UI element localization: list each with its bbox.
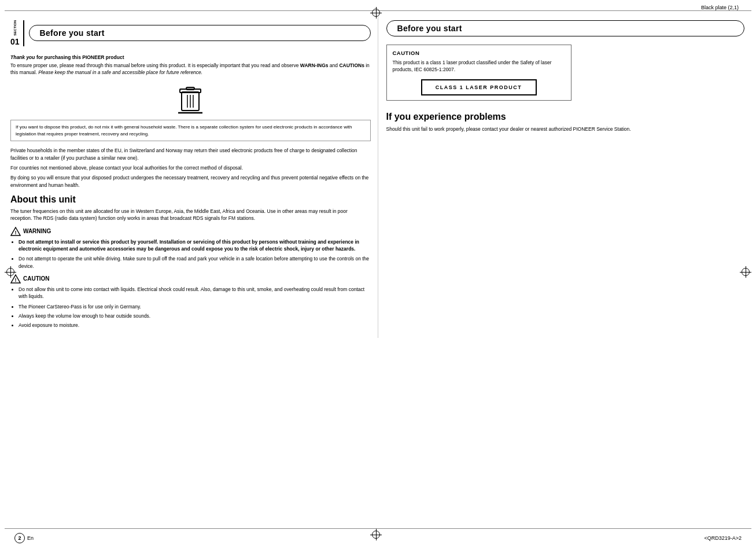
- right-caution-box: CAUTION This product is a class 1 laser …: [386, 45, 571, 101]
- plate-text: Black plate (2,1): [701, 5, 739, 10]
- left-section-title: Before you start: [40, 28, 105, 38]
- page-number: 2: [18, 535, 21, 541]
- page-num-circle: 2: [14, 533, 25, 543]
- caution-label: CAUTION: [23, 275, 50, 282]
- warning-label: WARNING: [23, 228, 51, 234]
- caution-block: ! CAUTION Do not allow this unit to come…: [10, 274, 371, 329]
- caution-bullet-2: The Pioneer CarStereo-Pass is for use on…: [19, 303, 371, 310]
- svg-text:!: !: [15, 230, 17, 235]
- laser-badge-text: CLASS 1 LASER PRODUCT: [436, 84, 522, 90]
- svg-text:!: !: [15, 277, 17, 283]
- warn-bold: WARN-INGs: [300, 62, 329, 68]
- page-code: <QRD3219-A>2: [704, 535, 742, 541]
- right-caution-body: This product is a class 1 laser product …: [393, 59, 565, 73]
- thank-you-title: Thank you for purchasing this PIONEER pr…: [10, 54, 371, 60]
- section-number: 01: [10, 37, 20, 46]
- thank-you-body-text: To ensure proper use, please read throug…: [10, 62, 300, 68]
- warning-block: ! WARNING Do not attempt to install or s…: [10, 227, 371, 270]
- caution-bold: CAUTIONs: [339, 62, 364, 68]
- warning-bullets: Do not attempt to install or service thi…: [19, 238, 371, 270]
- right-section-header-area: Before you start: [386, 20, 745, 36]
- thank-you-rest: for purchasing this PIONEER product: [35, 54, 124, 60]
- and-text: and: [329, 62, 340, 68]
- page-number-block: 2 En: [14, 533, 34, 543]
- italic-rest: Please keep the manual in a safe and acc…: [38, 69, 202, 75]
- warning-bullet-2: Do not attempt to operate the unit while…: [19, 255, 371, 270]
- page-footer: 2 En <QRD3219-A>2: [0, 533, 756, 543]
- registration-mark-right: [740, 266, 751, 278]
- thank-you-block: Thank you for purchasing this PIONEER pr…: [10, 54, 371, 76]
- warning-triangle-icon: !: [10, 227, 21, 236]
- caution-bullet-4: Avoid exposure to moisture.: [19, 322, 371, 329]
- if-you-experience-block: If you experience problems Should this u…: [386, 111, 745, 133]
- registration-mark-left: [5, 266, 16, 278]
- section-indicator: Section 01: [10, 20, 24, 46]
- left-section-title-pill: Before you start: [29, 25, 371, 41]
- recycle-icon: [176, 80, 205, 115]
- page-language: En: [27, 535, 34, 541]
- page-wrapper: Black plate (2,1) Section 01 Before you …: [0, 0, 756, 552]
- warning-bullet-1: Do not attempt to install or service thi…: [19, 238, 371, 253]
- registration-mark-top: [370, 7, 382, 19]
- body-paragraph-1: Private households in the member states …: [10, 147, 371, 161]
- warning-header: ! WARNING: [10, 227, 371, 236]
- left-column: Section 01 Before you start Thank you fo…: [0, 16, 378, 338]
- body-paragraph-2: For countries not mentioned above, pleas…: [10, 164, 371, 171]
- columns-container: Section 01 Before you start Thank you fo…: [0, 16, 756, 338]
- recycle-icon-container: [10, 80, 371, 115]
- right-section-title: Before you start: [397, 24, 462, 33]
- if-you-body: Should this unit fail to work properly, …: [386, 126, 745, 133]
- body-paragraphs: Private households in the member states …: [10, 147, 371, 189]
- caution-bullet-1: Do not allow this unit to come into cont…: [19, 286, 371, 300]
- body-paragraph-3: By doing so you will ensure that your di…: [10, 174, 371, 189]
- right-caution-title: CAUTION: [393, 50, 565, 56]
- info-box: If you want to dispose this product, do …: [10, 120, 371, 141]
- about-unit-block: About this unit The tuner frequencies on…: [10, 194, 371, 222]
- if-you-title: If you experience problems: [386, 111, 745, 122]
- laser-badge: CLASS 1 LASER PRODUCT: [421, 79, 537, 95]
- caution-bullets: Do not allow this unit to come into cont…: [19, 286, 371, 329]
- thank-you-italic: Thank you: [10, 54, 35, 60]
- thank-you-body: To ensure proper use, please read throug…: [10, 62, 371, 76]
- caution-header: ! CAUTION: [10, 274, 371, 284]
- left-section-header-area: Section 01 Before you start: [10, 20, 371, 46]
- right-section-title-pill: Before you start: [386, 20, 745, 36]
- right-column: Before you start CAUTION This product is…: [378, 16, 757, 338]
- caution-bullet-3: Always keep the volume low enough to hea…: [19, 312, 371, 319]
- info-box-text: If you want to dispose this product, do …: [16, 124, 352, 137]
- about-unit-title: About this unit: [10, 194, 371, 205]
- section-label: Section: [13, 20, 17, 36]
- about-unit-body: The tuner frequencies on this unit are a…: [10, 208, 371, 222]
